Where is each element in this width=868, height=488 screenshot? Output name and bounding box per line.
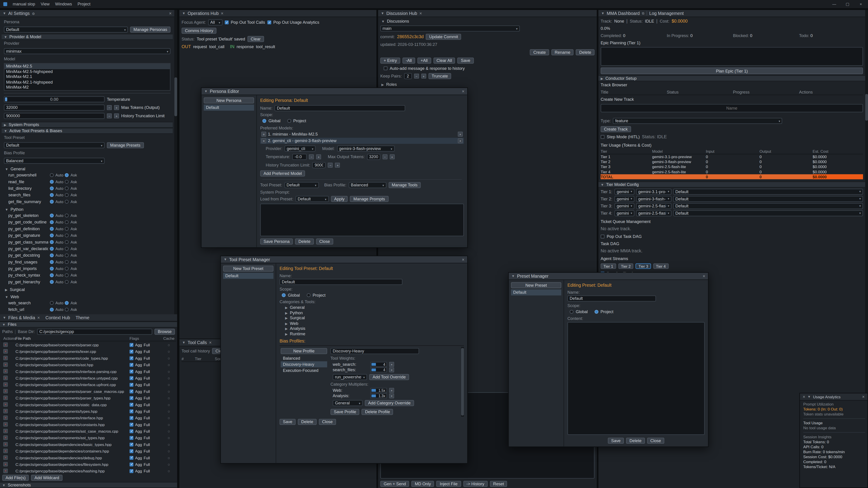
category-row[interactable]: ▶ Runtime (285, 331, 464, 336)
auto-radio[interactable] (50, 260, 54, 264)
full-toggle[interactable]: Full (144, 462, 150, 466)
add-wildcard-button[interactable]: Add Wildcard (31, 475, 63, 481)
load-preset-select[interactable]: Default▾ (296, 196, 329, 202)
scope-global-radio[interactable] (569, 310, 574, 314)
ask-radio[interactable] (65, 173, 69, 177)
cache-indicator[interactable]: ○ (168, 416, 170, 420)
remove-file-button[interactable]: × (3, 389, 8, 394)
tab-discussion-hub[interactable]: Discussion Hub (386, 11, 417, 16)
add-tool-override-button[interactable]: Add Tool Override (369, 374, 409, 380)
full-toggle[interactable]: Full (144, 356, 150, 360)
remove-file-button[interactable]: × (3, 468, 8, 473)
chevron-down-icon[interactable]: ▼ (182, 11, 186, 15)
model-option[interactable]: MiniMax-M2.5-highspeed (4, 69, 170, 74)
max-output-input[interactable] (367, 154, 380, 160)
save-preset-button[interactable]: Save (608, 437, 624, 444)
reorder-handle-icon[interactable]: ≡ (261, 132, 266, 137)
auto-radio[interactable] (50, 301, 54, 305)
tab-mma-dashboard[interactable]: MMA Dashboard (607, 11, 640, 16)
close-icon[interactable]: × (803, 394, 805, 399)
stream-tab[interactable]: Tier 4 (653, 263, 669, 269)
remove-file-button[interactable]: × (3, 356, 8, 360)
section-general[interactable]: ▼ General (5, 166, 170, 171)
cache-indicator[interactable]: ○ (168, 343, 170, 347)
auto-radio[interactable] (50, 233, 54, 237)
ask-radio[interactable] (65, 254, 69, 257)
manage-presets-button[interactable]: Manage Presets (107, 142, 144, 148)
save-tool-preset-button[interactable]: Save (280, 419, 296, 425)
create-track-button[interactable]: Create Track (600, 126, 631, 132)
cache-indicator[interactable]: ○ (168, 429, 170, 433)
close-icon[interactable]: × (462, 89, 464, 94)
cache-indicator[interactable]: ○ (168, 436, 170, 440)
tool-preset-list-item[interactable]: Default (223, 273, 274, 279)
agg-checkbox[interactable] (129, 449, 133, 453)
remove-file-button[interactable]: × (3, 396, 8, 400)
close-button[interactable]: Close (647, 437, 664, 444)
close-icon[interactable]: × (862, 394, 865, 399)
popout-icon[interactable]: ⧉ (642, 11, 645, 15)
remove-file-button[interactable]: × (3, 455, 8, 460)
ask-radio[interactable] (65, 267, 69, 270)
increment-button[interactable]: + (316, 154, 321, 159)
persona-list-item[interactable]: Default (204, 105, 254, 111)
auto-radio[interactable] (50, 180, 54, 184)
history-limit-input[interactable] (4, 113, 105, 119)
close-button[interactable]: Close (319, 419, 336, 425)
tier-provider-select[interactable]: gemini▾ (614, 188, 634, 195)
remove-file-button[interactable]: × (3, 409, 8, 414)
cache-indicator[interactable]: ○ (168, 383, 170, 386)
preferred-model-row[interactable]: ≡ 2. gemini_cli - gemini-3-flash-preview… (260, 138, 464, 144)
auto-radio[interactable] (50, 173, 54, 177)
history-limit-input[interactable] (312, 162, 326, 168)
tier-model-select[interactable]: gemini-3-flash-preview▾ (636, 196, 672, 202)
persona-select[interactable]: Default ▾ (4, 27, 128, 33)
section-web[interactable]: ▼ Web (5, 294, 170, 299)
cache-indicator[interactable]: ○ (168, 356, 170, 360)
persona-editor-titlebar[interactable]: ▼ Persona Editor × (202, 88, 467, 95)
full-toggle[interactable]: Full (144, 409, 150, 413)
multiplier-slider[interactable]: 1.3x (370, 393, 387, 398)
discussion-action-button[interactable]: Gen + Send (380, 481, 409, 487)
update-commit-button[interactable]: Update Commit (426, 34, 461, 40)
multiplier-slider[interactable]: 1.5x (370, 388, 387, 393)
scope-project-radio[interactable] (307, 293, 310, 297)
temperature-slider[interactable]: 0.00 (4, 96, 105, 102)
delete-discussion-button[interactable]: Delete (576, 49, 595, 55)
tab-log-management[interactable]: Log Management (649, 11, 684, 16)
ask-radio[interactable] (65, 220, 69, 224)
full-toggle[interactable]: Full (144, 436, 150, 440)
comms-history-button[interactable]: Comms History (182, 28, 217, 34)
category-row[interactable]: ▶ Surgical (285, 315, 464, 321)
ask-radio[interactable] (65, 280, 69, 284)
tier-preset-select[interactable]: Default▾ (673, 196, 863, 202)
roles-section[interactable]: ▶ Roles (381, 82, 594, 87)
chevron-right-icon[interactable]: ▶ (285, 327, 287, 330)
tab-operations-hub[interactable]: Operations Hub (188, 11, 219, 16)
decrement-button[interactable]: − (309, 154, 314, 159)
category-row[interactable]: ▶ Analysis (285, 326, 464, 331)
discussion-action-button[interactable]: MD Only (411, 481, 434, 487)
ask-radio[interactable] (65, 247, 69, 251)
close-icon[interactable]: × (209, 340, 212, 345)
close-icon[interactable]: × (169, 11, 172, 16)
remove-file-button[interactable]: × (3, 416, 8, 420)
remove-file-button[interactable]: × (3, 429, 8, 433)
ask-radio[interactable] (65, 227, 69, 231)
add-files-button[interactable]: Add File(s) (2, 475, 29, 481)
add-category-override-button[interactable]: Add Category Override (365, 400, 414, 406)
step-mode-checkbox[interactable] (600, 135, 604, 139)
ask-radio[interactable] (65, 301, 69, 305)
add-entry-button[interactable]: + Entry (380, 58, 400, 64)
agg-checkbox[interactable] (129, 416, 133, 420)
full-toggle[interactable]: Full (144, 350, 150, 353)
weight-slider[interactable]: 4 (370, 367, 387, 372)
cache-indicator[interactable]: ○ (168, 422, 170, 426)
cache-indicator[interactable]: ○ (168, 369, 170, 373)
delete-persona-button[interactable]: Delete (295, 238, 314, 245)
full-toggle[interactable]: Full (144, 363, 150, 366)
preset-content-input[interactable] (567, 322, 705, 435)
close-icon[interactable]: × (419, 11, 422, 16)
agg-checkbox[interactable] (129, 469, 133, 473)
tab-files-media[interactable]: Files & Media (8, 315, 35, 320)
